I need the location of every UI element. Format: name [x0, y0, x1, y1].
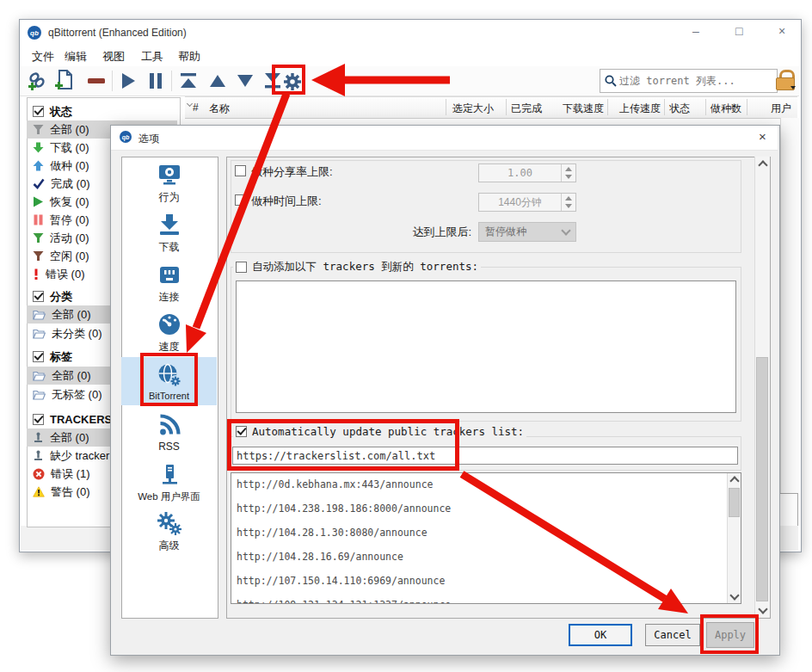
filter-icon	[33, 124, 44, 135]
lock-icon[interactable]	[776, 70, 797, 92]
remove-icon[interactable]	[87, 77, 106, 84]
behavior-icon	[157, 162, 182, 188]
nav-label: 高级	[159, 539, 180, 553]
scrollbar-thumb[interactable]	[729, 488, 740, 517]
item-label: 恢复 (0)	[50, 194, 89, 210]
item-label: 活动 (0)	[50, 231, 89, 246]
limit-reached-value: 暂停做种	[485, 225, 526, 239]
menu-edit[interactable]: 编辑	[65, 49, 87, 65]
dialog-close-button[interactable]: ×	[759, 129, 766, 144]
nav-item-speed[interactable]: 速度	[121, 308, 217, 357]
spin-buttons-icon[interactable]	[561, 194, 575, 211]
nav-item-connection[interactable]: 连接	[121, 258, 217, 307]
rss-icon	[157, 412, 182, 438]
menu-tools[interactable]: 工具	[141, 49, 163, 65]
column-done[interactable]: 已完成	[511, 102, 542, 116]
limit-reached-dropdown[interactable]: 暂停做种	[478, 222, 576, 242]
auto-add-trackers-checkbox[interactable]	[236, 262, 247, 273]
transfer-list-header: # 名称 选定大小 已完成 下载速度 上传速度 状态 做种数 用户	[185, 96, 797, 119]
search-icon	[604, 74, 618, 88]
column-size[interactable]: 选定大小	[452, 102, 494, 116]
tracker-url: http://107.150.14.110:6969/announce	[237, 575, 445, 587]
column-number[interactable]: #	[193, 102, 199, 114]
item-label: 下载 (0)	[50, 140, 89, 156]
menu-view[interactable]: 视图	[102, 49, 125, 65]
maximize-button[interactable]: □	[735, 24, 742, 38]
scrollbar-thumb[interactable]	[756, 357, 768, 601]
nav-item-behavior[interactable]: 行为	[121, 158, 217, 207]
column-upspeed[interactable]: 上传速度	[602, 102, 661, 116]
spin-buttons-icon[interactable]	[561, 164, 575, 182]
download-arrow-icon	[33, 142, 44, 153]
connection-icon	[157, 262, 182, 287]
scroll-up-icon[interactable]	[758, 160, 767, 170]
auto-add-trackers-row: 自动添加以下 trackers 到新的 torrents:	[233, 260, 481, 274]
menu-file[interactable]: 文件	[32, 49, 54, 65]
nav-item-advanced[interactable]: 高级	[121, 507, 217, 556]
cancel-button[interactable]: Cancel	[645, 624, 700, 646]
item-label: 错误 (1)	[51, 466, 90, 482]
error-circle-icon	[33, 468, 45, 480]
scroll-down-icon[interactable]	[758, 604, 767, 613]
item-label: 全部 (0)	[50, 430, 89, 446]
ok-button[interactable]: OK	[569, 624, 632, 646]
scroll-up-icon[interactable]	[729, 476, 739, 485]
scroll-down-icon[interactable]	[729, 590, 739, 600]
public-trackers-list[interactable]: http://0d.kebhana.mx:443/announce http:/…	[231, 472, 741, 604]
auto-add-trackers-label: 自动添加以下 trackers 到新的 torrents:	[252, 260, 478, 274]
folder-icon	[33, 329, 46, 339]
downloads-icon	[157, 212, 182, 237]
nav-item-rss[interactable]: RSS	[121, 408, 217, 457]
transfer-list-right-edge	[780, 118, 800, 493]
seed-time-value: 1440分钟	[479, 195, 561, 210]
dialog-titlebar[interactable]: qb 选项 ×	[111, 126, 778, 151]
column-name[interactable]: 名称	[209, 102, 230, 116]
annotation-box-apply	[700, 614, 759, 654]
share-ratio-label: 做种分享率上限:	[251, 164, 333, 180]
move-top-icon[interactable]	[178, 72, 199, 89]
annotation-box-bittorrent	[140, 353, 198, 406]
item-label: 未分类 (0)	[52, 326, 102, 342]
tracker-url: http://104.28.16.69/announce	[237, 551, 403, 563]
move-down-icon[interactable]	[235, 73, 255, 89]
pause-icon[interactable]	[147, 71, 164, 90]
status-section-header[interactable]: 状态	[27, 102, 177, 120]
share-ratio-spinner[interactable]: 1.00	[478, 163, 576, 182]
add-torrent-file-icon[interactable]	[54, 70, 75, 91]
resume-icon[interactable]	[119, 71, 138, 90]
tracker-list-scrollbar[interactable]	[727, 473, 741, 603]
search-input[interactable]	[618, 74, 773, 88]
nav-label: 下载	[159, 240, 180, 255]
checkbox-checked[interactable]	[33, 291, 44, 302]
checkbox-checked[interactable]	[33, 106, 44, 117]
minimize-button[interactable]: –	[692, 24, 699, 38]
column-peers[interactable]: 用户	[753, 102, 791, 116]
column-seeds[interactable]: 做种数	[688, 102, 741, 116]
filter-icon	[33, 250, 44, 262]
content-scrollbar[interactable]	[754, 157, 770, 617]
folder-icon	[33, 310, 46, 320]
menu-help[interactable]: 帮助	[178, 49, 200, 65]
titlebar[interactable]: qb qBittorrent (Enhanced Edition) – □ ×	[20, 20, 799, 46]
item-label: 无标签 (0)	[52, 387, 102, 403]
tracker-url: http://109.121.134.121:1337/announce	[237, 599, 451, 604]
close-button[interactable]: ×	[778, 24, 785, 38]
column-dlspeed[interactable]: 下载速度	[542, 102, 604, 116]
seed-time-checkbox[interactable]	[235, 194, 246, 206]
column-status[interactable]: 状态	[669, 102, 690, 116]
share-ratio-checkbox[interactable]	[235, 165, 246, 176]
search-box	[600, 69, 778, 93]
chevron-down-icon	[561, 225, 570, 235]
add-link-icon[interactable]	[27, 71, 47, 91]
scroll-corner	[778, 493, 798, 529]
item-label: 全部 (0)	[52, 307, 91, 323]
checkbox-checked[interactable]	[33, 351, 44, 362]
checkbox-checked[interactable]	[33, 414, 44, 425]
nav-item-webui[interactable]: Web 用户界面	[121, 458, 217, 507]
auto-add-trackers-textarea[interactable]	[236, 281, 736, 413]
section-label: 状态	[50, 104, 72, 120]
nav-item-downloads[interactable]: 下载	[121, 208, 217, 257]
dialog-logo-icon: qb	[120, 131, 132, 143]
seed-time-spinner[interactable]: 1440分钟	[478, 193, 576, 212]
move-up-icon[interactable]	[207, 73, 228, 89]
